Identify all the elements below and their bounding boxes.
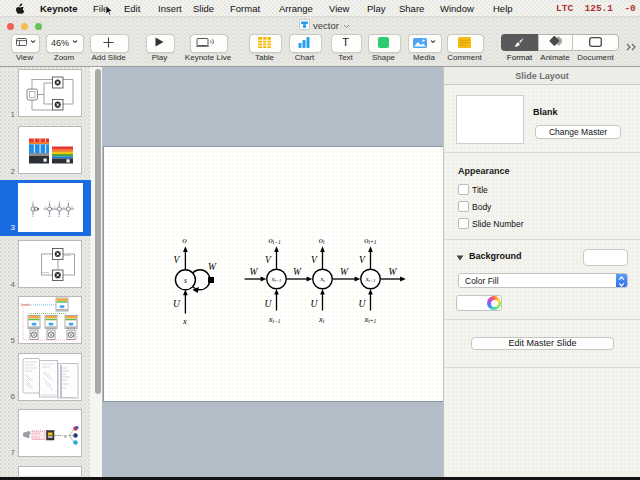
svg-text:W: W [293,267,302,277]
svg-text:⚙: ⚙ [64,434,68,439]
svg-text:U: U [173,299,181,309]
svg-text:o: o [182,235,187,245]
svg-text:xt−1: xt−1 [268,314,281,325]
svg-text:V: V [265,255,272,265]
svg-text:ot+1: ot+1 [364,235,376,246]
svg-text:ksmds: ksmds [21,303,31,307]
svg-text:ot: ot [319,235,325,246]
svg-text:xt+1: xt+1 [364,314,377,325]
svg-text:W: W [340,267,349,277]
svg-text:V: V [311,255,318,265]
svg-text:s: s [184,276,187,285]
svg-text:W: W [389,267,398,277]
svg-text:V: V [174,255,181,265]
svg-text:xt: xt [318,314,325,325]
svg-text:W: W [208,262,217,272]
svg-text:U: U [359,299,367,309]
svg-text:x: x [182,316,187,326]
svg-text:U: U [311,299,319,309]
svg-text:####: #### [34,436,41,440]
svg-text:ot−1: ot−1 [269,235,281,246]
svg-text:U: U [265,299,273,309]
svg-text:V: V [359,255,366,265]
svg-text:W: W [250,267,259,277]
